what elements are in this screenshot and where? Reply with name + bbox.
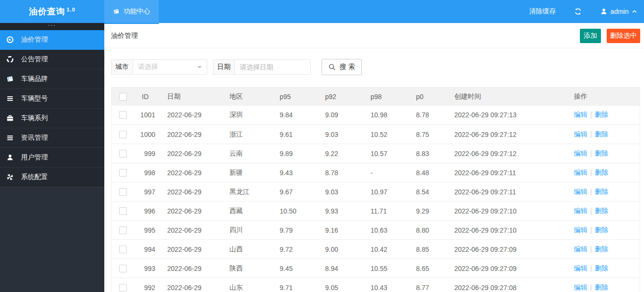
city-select-placeholder: 请选择	[138, 63, 158, 71]
sidebar-item-vehicle-series[interactable]: 车辆系列	[0, 109, 104, 128]
column-header-ops: 操作	[567, 88, 640, 106]
briefcase-icon	[6, 114, 14, 122]
delete-link[interactable]: 删除	[595, 168, 608, 176]
caret-up-icon	[632, 9, 637, 14]
filter-bar: 城市 请选择 日期 搜 索	[111, 59, 362, 75]
sidebar-item-system-config[interactable]: 系统配置	[0, 168, 104, 187]
main-content: 油价管理 添加 删除选中 城市 请选择 日期 搜 索	[104, 23, 644, 292]
delete-link[interactable]: 删除	[595, 111, 608, 118]
date-filter-group: 日期	[213, 59, 311, 75]
user-icon	[6, 154, 14, 161]
list-icon	[6, 95, 14, 102]
select-all-checkbox[interactable]	[119, 93, 127, 101]
date-input[interactable]	[235, 60, 310, 74]
edit-link[interactable]: 编辑	[574, 226, 588, 234]
sidebar-item-oil-price[interactable]: 油价管理	[0, 30, 104, 50]
table-row: 998 2022-06-29 新疆 9.43 8.78 - 8.48 2022-…	[111, 163, 640, 182]
edit-link[interactable]: 编辑	[574, 264, 588, 272]
table-row: 1000 2022-06-29 浙江 9.61 9.03 10.52 8.75 …	[111, 125, 640, 144]
row-checkbox[interactable]	[119, 169, 127, 177]
delete-link[interactable]: 删除	[595, 207, 608, 214]
edit-link[interactable]: 编辑	[574, 245, 588, 253]
adjust-icon	[6, 36, 14, 44]
delete-link[interactable]: 删除	[595, 149, 608, 157]
column-header-created: 创建时间	[447, 88, 567, 106]
column-header-id: ID	[135, 88, 160, 106]
delete-link[interactable]: 删除	[595, 245, 608, 253]
table-row: 996 2022-06-29 西藏 10.50 9.93 11.71 9.29 …	[111, 202, 640, 221]
delete-link[interactable]: 删除	[595, 188, 608, 195]
user-icon	[600, 8, 608, 15]
app-logo: 油价查询1.0	[0, 0, 104, 23]
city-select[interactable]: 请选择	[133, 60, 207, 74]
username: admin	[611, 8, 629, 15]
list-icon	[6, 134, 14, 142]
data-table: ID 日期 地区 p95 p92 p98 p0 创建时间 操作 1001 202…	[111, 87, 640, 292]
edit-link[interactable]: 编辑	[574, 207, 588, 214]
app-version: 1.0	[67, 7, 75, 12]
sidebar-item-vehicle-model[interactable]: 车辆型号	[0, 89, 104, 109]
column-header-date: 日期	[160, 88, 222, 106]
caret-down-icon	[197, 66, 202, 71]
edit-link[interactable]: 编辑	[574, 283, 588, 291]
table-row: 993 2022-06-29 陕西 9.45 8.94 10.55 8.65 2…	[111, 259, 640, 278]
sidebar-item-users[interactable]: 用户管理	[0, 148, 104, 168]
page-titlebar: 油价管理 添加 删除选中	[104, 23, 644, 48]
table-row: 994 2022-06-29 山西 9.72 9.00 10.42 8.85 2…	[111, 240, 640, 259]
city-filter-group: 城市 请选择	[111, 59, 207, 75]
row-checkbox[interactable]	[119, 207, 127, 215]
delete-link[interactable]: 删除	[595, 264, 608, 272]
app-window: 油价查询1.0 功能中心 清除缓存 admin ··· 油价管理 公告管理	[0, 0, 644, 292]
city-filter-label: 城市	[111, 60, 133, 74]
edit-link[interactable]: 编辑	[574, 130, 588, 138]
row-checkbox[interactable]	[119, 111, 127, 119]
sidebar-item-notice[interactable]: 公告管理	[0, 50, 104, 69]
refresh-icon	[574, 8, 582, 15]
table-row: 997 2022-06-29 黑龙江 9.67 9.03 10.97 8.54 …	[111, 182, 640, 202]
edit-link[interactable]: 编辑	[574, 168, 588, 176]
column-header-region: 地区	[222, 88, 273, 106]
page-title: 油价管理	[111, 32, 138, 40]
search-button-label: 搜 索	[340, 63, 355, 71]
header-actions: 清除缓存 admin	[529, 0, 644, 23]
row-checkbox[interactable]	[119, 246, 127, 253]
row-checkbox[interactable]	[119, 150, 127, 157]
user-menu[interactable]: admin	[600, 8, 637, 15]
row-checkbox[interactable]	[119, 265, 127, 272]
row-checkbox[interactable]	[119, 284, 127, 292]
row-checkbox[interactable]	[119, 131, 127, 138]
tab-label: 功能中心	[123, 7, 150, 16]
sidebar-menu: 油价管理 公告管理 车辆品牌 车辆型号 车辆系列 资讯管理 用户管理 系统配置	[0, 30, 104, 187]
edit-link[interactable]: 编辑	[574, 149, 588, 157]
sidebar-item-news[interactable]: 资讯管理	[0, 128, 104, 148]
sidebar: ··· 油价管理 公告管理 车辆品牌 车辆型号 车辆系列 资讯管理 用户管理 系…	[0, 23, 104, 292]
delete-link[interactable]: 删除	[595, 226, 608, 234]
table-row: 999 2022-06-29 云南 9.89 9.22 10.57 8.83 2…	[111, 144, 640, 163]
table-body: 1001 2022-06-29 深圳 9.84 9.09 10.98 8.78 …	[111, 106, 640, 292]
sidebar-item-vehicle-brand[interactable]: 车辆品牌	[0, 69, 104, 89]
recycle-icon	[6, 56, 14, 63]
app-title: 油价查询	[29, 6, 65, 17]
edit-link[interactable]: 编辑	[574, 111, 588, 118]
delete-selected-button[interactable]: 删除选中	[607, 29, 640, 43]
row-checkbox[interactable]	[119, 226, 127, 234]
refresh-button[interactable]	[574, 8, 582, 15]
column-header-p0: p0	[409, 88, 447, 106]
search-button[interactable]: 搜 索	[322, 59, 362, 75]
column-header-p98: p98	[364, 88, 409, 106]
row-checkbox[interactable]	[119, 188, 127, 196]
tab-function-center[interactable]: 功能中心	[104, 0, 159, 23]
search-icon	[328, 63, 336, 71]
column-header-p92: p92	[318, 88, 364, 106]
add-button[interactable]: 添加	[580, 29, 601, 43]
edit-link[interactable]: 编辑	[574, 188, 588, 195]
sidebar-collapse-handle[interactable]: ···	[0, 23, 104, 30]
table-header-row: ID 日期 地区 p95 p92 p98 p0 创建时间 操作	[111, 88, 640, 106]
table-row: 995 2022-06-29 四川 9.79 9.16 10.63 8.80 2…	[111, 221, 640, 240]
delete-link[interactable]: 删除	[595, 130, 608, 138]
delete-link[interactable]: 删除	[595, 283, 608, 291]
clear-cache-button[interactable]: 清除缓存	[529, 7, 556, 16]
table-row: 1001 2022-06-29 深圳 9.84 9.09 10.98 8.78 …	[111, 106, 640, 125]
column-header-p95: p95	[273, 88, 318, 106]
book-icon	[6, 75, 14, 83]
